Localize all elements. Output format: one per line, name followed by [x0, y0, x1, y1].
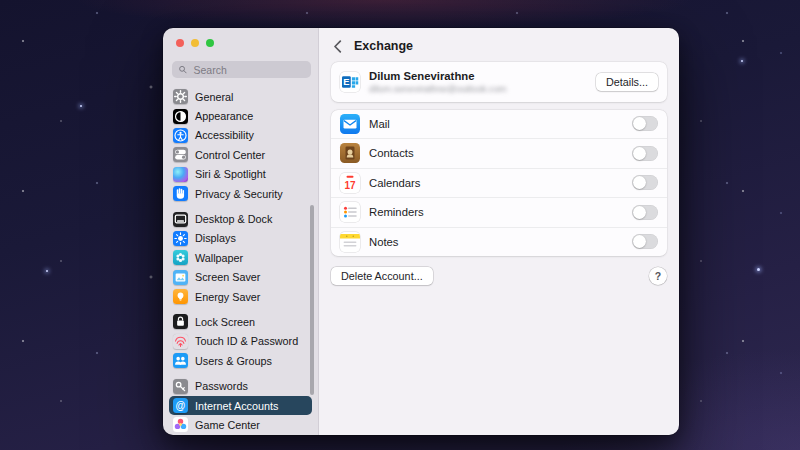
- passwords-icon: [173, 379, 188, 394]
- sidebar: GeneralAppearanceAccessibilityControl Ce…: [163, 28, 318, 435]
- sidebar-item-label: Wallpaper: [195, 252, 243, 264]
- minimize-button[interactable]: [191, 39, 199, 47]
- sidebar-scrollbar[interactable]: [310, 205, 314, 395]
- sidebar-item-siri-spotlight[interactable]: Siri & Spotlight: [169, 165, 312, 184]
- notes-toggle[interactable]: [632, 234, 658, 249]
- screen-saver-icon: [173, 270, 188, 285]
- game-center-icon: [173, 417, 188, 432]
- sidebar-item-label: Game Center: [195, 419, 260, 431]
- toggle-knob: [633, 147, 646, 160]
- sidebar-item-lock-screen[interactable]: Lock Screen: [169, 312, 312, 331]
- sidebar-item-appearance[interactable]: Appearance: [169, 106, 312, 125]
- displays-icon: [173, 231, 188, 246]
- service-row-mail: Mail: [331, 110, 667, 139]
- sidebar-item-accessibility[interactable]: Accessibility: [169, 126, 312, 145]
- sidebar-item-game-center[interactable]: Game Center: [169, 415, 312, 434]
- mail-icon: [340, 114, 360, 134]
- account-card: E Dilum Senevirathne dilum.senevirathne@…: [331, 62, 667, 102]
- sidebar-item-internet-accounts[interactable]: @Internet Accounts: [169, 396, 312, 415]
- sidebar-nav: GeneralAppearanceAccessibilityControl Ce…: [163, 87, 318, 435]
- sidebar-item-desktop-dock[interactable]: Desktop & Dock: [169, 209, 312, 228]
- lock-screen-icon: [173, 314, 188, 329]
- internet-accounts-icon: @: [173, 398, 188, 413]
- notes-icon: [340, 232, 360, 252]
- toggle-knob: [633, 235, 646, 248]
- service-row-contacts: Contacts: [331, 138, 667, 168]
- page-title: Exchange: [354, 39, 413, 53]
- sidebar-item-label: Displays: [195, 232, 236, 244]
- calendars-toggle[interactable]: [632, 175, 658, 190]
- account-info: Dilum Senevirathne dilum.senevirathne@ou…: [369, 70, 507, 94]
- sidebar-item-screen-saver[interactable]: Screen Saver: [169, 268, 312, 287]
- sidebar-item-label: Internet Accounts: [195, 400, 278, 412]
- sidebar-item-label: Lock Screen: [195, 316, 255, 328]
- star: [757, 268, 760, 271]
- sidebar-item-passwords[interactable]: Passwords: [169, 376, 312, 395]
- sidebar-item-touch-id-password[interactable]: Touch ID & Password: [169, 332, 312, 351]
- mail-toggle[interactable]: [632, 116, 658, 131]
- search-icon: [178, 64, 187, 75]
- details-button[interactable]: Details...: [596, 73, 658, 91]
- account-email-blurred: dilum.senevirathne@outlook.com: [369, 84, 507, 94]
- service-label: Calendars: [369, 177, 421, 189]
- service-row-reminders: Reminders: [331, 197, 667, 227]
- sidebar-item-label: Desktop & Dock: [195, 213, 272, 225]
- privacy-icon: [173, 186, 188, 201]
- service-label: Reminders: [369, 206, 424, 218]
- delete-account-button[interactable]: Delete Account...: [331, 267, 433, 285]
- svg-text:E: E: [343, 77, 349, 87]
- sidebar-item-label: Passwords: [195, 380, 248, 392]
- sidebar-item-label: Control Center: [195, 149, 265, 161]
- sidebar-item-label: Appearance: [195, 110, 253, 122]
- service-label: Contacts: [369, 147, 414, 159]
- sidebar-item-general[interactable]: General: [169, 87, 312, 106]
- toggle-knob: [633, 117, 646, 130]
- reminders-toggle[interactable]: [632, 205, 658, 220]
- calendars-icon: 17: [340, 173, 360, 193]
- close-button[interactable]: [176, 39, 184, 47]
- sidebar-item-energy-saver[interactable]: Energy Saver: [169, 287, 312, 306]
- help-button[interactable]: ?: [649, 267, 667, 285]
- star: [46, 270, 48, 272]
- service-row-calendars: 17Calendars: [331, 168, 667, 198]
- search-input[interactable]: [191, 63, 305, 77]
- footer-row: Delete Account... ?: [331, 267, 667, 285]
- sidebar-item-wallpaper[interactable]: Wallpaper: [169, 248, 312, 267]
- touch-id-icon: [173, 334, 188, 349]
- back-button[interactable]: [333, 40, 344, 52]
- svg-text:17: 17: [344, 179, 356, 190]
- reminders-icon: [340, 202, 360, 222]
- content-pane: Exchange E Dilum Senevirathne dilum.sene…: [318, 28, 679, 435]
- sidebar-group: Lock ScreenTouch ID & PasswordUsers & Gr…: [169, 312, 312, 370]
- services-card: MailContacts17CalendarsRemindersNotes: [331, 110, 667, 257]
- sidebar-group: Desktop & DockDisplaysWallpaperScreen Sa…: [169, 209, 312, 306]
- sidebar-group: GeneralAppearanceAccessibilityControl Ce…: [169, 87, 312, 203]
- sidebar-item-control-center[interactable]: Control Center: [169, 145, 312, 164]
- desktop-wallpaper: GeneralAppearanceAccessibilityControl Ce…: [0, 0, 800, 450]
- toggle-knob: [633, 176, 646, 189]
- star: [80, 105, 82, 107]
- content-header: Exchange: [319, 28, 679, 62]
- sidebar-item-label: Privacy & Security: [195, 188, 283, 200]
- search-field[interactable]: [172, 61, 311, 78]
- sidebar-item-label: General: [195, 91, 233, 103]
- sidebar-item-label: Siri & Spotlight: [195, 168, 266, 180]
- zoom-button[interactable]: [206, 39, 214, 47]
- appearance-icon: [173, 109, 188, 124]
- chevron-left-icon: [333, 40, 342, 53]
- sidebar-item-label: Touch ID & Password: [195, 335, 298, 347]
- energy-saver-icon: [173, 289, 188, 304]
- sidebar-item-users-groups[interactable]: Users & Groups: [169, 351, 312, 370]
- toggle-knob: [633, 206, 646, 219]
- sidebar-item-label: Screen Saver: [195, 271, 260, 283]
- contacts-toggle[interactable]: [632, 146, 658, 161]
- control-center-icon: [173, 147, 188, 162]
- gear-icon: [173, 89, 188, 104]
- account-name: Dilum Senevirathne: [369, 70, 507, 82]
- system-settings-window: GeneralAppearanceAccessibilityControl Ce…: [163, 28, 679, 435]
- exchange-icon: E: [340, 72, 360, 92]
- accessibility-icon: [173, 128, 188, 143]
- sidebar-item-privacy-security[interactable]: Privacy & Security: [169, 184, 312, 203]
- sidebar-item-displays[interactable]: Displays: [169, 229, 312, 248]
- traffic-lights: [163, 28, 318, 47]
